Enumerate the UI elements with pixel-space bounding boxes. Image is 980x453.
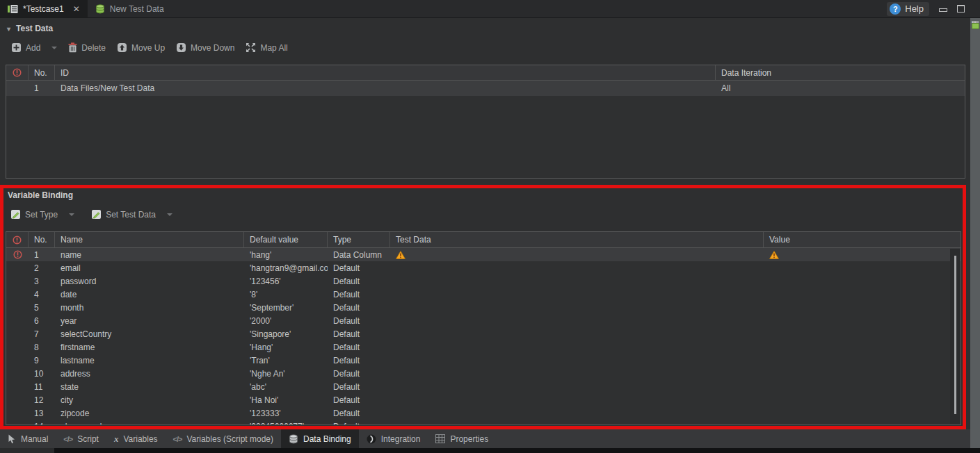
row-name-cell[interactable]: year bbox=[55, 314, 244, 327]
help-button[interactable]: ? Help bbox=[887, 2, 929, 16]
row-test-data-cell[interactable] bbox=[390, 274, 764, 288]
variable-binding-row[interactable]: 10 address 'Nghe An' Default bbox=[6, 367, 961, 380]
row-value-cell[interactable] bbox=[764, 274, 961, 288]
tab-script[interactable]: </> Script bbox=[56, 429, 106, 448]
maximize-icon[interactable] bbox=[957, 5, 965, 13]
row-value-cell[interactable] bbox=[764, 380, 961, 393]
error-column-header[interactable] bbox=[6, 65, 29, 80]
row-default-value-cell[interactable]: 'Hang' bbox=[244, 340, 328, 354]
row-name-cell[interactable]: phonenumber bbox=[55, 420, 244, 425]
row-test-data-cell[interactable] bbox=[390, 301, 764, 314]
set-test-data-button[interactable]: Set Test Data bbox=[91, 209, 156, 220]
column-header-no[interactable]: No. bbox=[29, 232, 55, 247]
row-default-value-cell[interactable]: 'hang' bbox=[244, 248, 328, 261]
set-type-button[interactable]: Set Type bbox=[10, 209, 58, 220]
row-default-value-cell[interactable]: 'hangtran9@gmail.com' bbox=[244, 261, 328, 274]
tab-variables-script-mode[interactable]: </> Variables (Script mode) bbox=[166, 429, 281, 448]
chevron-down-icon[interactable] bbox=[69, 213, 74, 216]
row-name-cell[interactable]: month bbox=[55, 301, 244, 314]
row-default-value-cell[interactable]: 'September' bbox=[244, 301, 328, 314]
chevron-down-icon[interactable] bbox=[167, 213, 172, 216]
row-type-cell[interactable]: Default bbox=[328, 393, 390, 406]
row-test-data-cell[interactable] bbox=[390, 393, 764, 406]
variable-binding-row[interactable]: 8 firstname 'Hang' Default bbox=[6, 340, 961, 354]
row-type-cell[interactable]: Default bbox=[328, 314, 390, 327]
row-default-value-cell[interactable]: 'abc' bbox=[244, 380, 328, 393]
column-header-type[interactable]: Type bbox=[328, 232, 390, 247]
minimize-icon[interactable] bbox=[939, 8, 947, 12]
row-value-cell[interactable] bbox=[764, 301, 961, 314]
row-type-cell[interactable]: Default bbox=[328, 274, 390, 288]
variable-binding-row[interactable]: 14 phonenumber '02245666677' Default bbox=[6, 420, 961, 425]
row-default-value-cell[interactable]: '123333' bbox=[244, 406, 328, 420]
variable-binding-row[interactable]: 5 month 'September' Default bbox=[6, 301, 961, 314]
tab-new-test-data[interactable]: New Test Data bbox=[88, 0, 172, 17]
row-type-cell[interactable]: Default bbox=[328, 340, 390, 354]
map-all-button[interactable]: Map All bbox=[246, 42, 287, 53]
row-test-data-cell[interactable] bbox=[390, 340, 764, 354]
row-name-cell[interactable]: email bbox=[55, 261, 244, 274]
row-default-value-cell[interactable]: 'Tran' bbox=[244, 354, 328, 367]
row-type-cell[interactable]: Default bbox=[328, 380, 390, 393]
variable-binding-row[interactable]: 4 date '8' Default bbox=[6, 288, 961, 301]
error-column-header[interactable] bbox=[6, 232, 29, 247]
row-type-cell[interactable]: Default bbox=[328, 301, 390, 314]
row-name-cell[interactable]: lastname bbox=[55, 354, 244, 367]
close-icon[interactable]: ✕ bbox=[73, 5, 80, 13]
variable-binding-row[interactable]: 6 year '2000' Default bbox=[6, 314, 961, 327]
row-test-data-cell[interactable] bbox=[390, 380, 764, 393]
variable-binding-row[interactable]: 7 selectCountry 'Singapore' Default bbox=[6, 327, 961, 340]
tab-data-binding[interactable]: Data Binding bbox=[281, 429, 359, 448]
row-test-data-cell[interactable] bbox=[390, 367, 764, 380]
row-test-data-cell[interactable] bbox=[390, 420, 764, 425]
row-name-cell[interactable]: firstname bbox=[55, 340, 244, 354]
delete-button[interactable]: Delete bbox=[68, 42, 106, 53]
variable-binding-row[interactable]: 13 zipcode '123333' Default bbox=[6, 406, 961, 420]
variable-binding-row[interactable]: 1 name 'hang' Data Column bbox=[6, 248, 961, 261]
move-up-button[interactable]: Move Up bbox=[117, 42, 165, 53]
row-default-value-cell[interactable]: 'Singapore' bbox=[244, 327, 328, 340]
row-value-cell[interactable] bbox=[764, 261, 961, 274]
row-value-cell[interactable] bbox=[764, 367, 961, 380]
tab-testcase1[interactable]: *Testcase1 ✕ bbox=[0, 0, 88, 17]
tab-variables[interactable]: x Variables bbox=[106, 429, 166, 448]
row-name-cell[interactable]: state bbox=[55, 380, 244, 393]
row-default-value-cell[interactable]: 'Nghe An' bbox=[244, 367, 328, 380]
variable-binding-row[interactable]: 11 state 'abc' Default bbox=[6, 380, 961, 393]
row-test-data-cell[interactable] bbox=[390, 406, 764, 420]
minimized-panel-strip[interactable]: ▪▪ bbox=[970, 18, 980, 448]
row-type-cell[interactable]: Data Column bbox=[328, 248, 390, 261]
row-id-cell[interactable]: Data Files/New Test Data bbox=[55, 81, 716, 96]
row-default-value-cell[interactable]: '8' bbox=[244, 288, 328, 301]
row-default-value-cell[interactable]: '2000' bbox=[244, 314, 328, 327]
row-name-cell[interactable]: zipcode bbox=[55, 406, 244, 420]
row-value-cell[interactable] bbox=[764, 354, 961, 367]
column-header-no[interactable]: No. bbox=[29, 65, 55, 80]
vertical-scrollbar[interactable] bbox=[950, 249, 960, 424]
row-test-data-cell[interactable] bbox=[390, 248, 764, 261]
row-test-data-cell[interactable] bbox=[390, 261, 764, 274]
row-name-cell[interactable]: city bbox=[55, 393, 244, 406]
row-type-cell[interactable]: Default bbox=[328, 327, 390, 340]
row-name-cell[interactable]: name bbox=[55, 248, 244, 261]
row-type-cell[interactable]: Default bbox=[328, 261, 390, 274]
row-type-cell[interactable]: Default bbox=[328, 288, 390, 301]
test-data-section-header[interactable]: ▾ Test Data bbox=[7, 24, 53, 33]
row-value-cell[interactable] bbox=[764, 288, 961, 301]
column-header-value[interactable]: Value bbox=[764, 232, 961, 247]
row-type-cell[interactable]: Default bbox=[328, 406, 390, 420]
column-header-test-data[interactable]: Test Data bbox=[390, 232, 764, 247]
variable-binding-row[interactable]: 9 lastname 'Tran' Default bbox=[6, 354, 961, 367]
row-type-cell[interactable]: Default bbox=[328, 420, 390, 425]
tab-properties[interactable]: Properties bbox=[428, 429, 496, 448]
tab-manual[interactable]: Manual bbox=[0, 429, 56, 448]
move-down-button[interactable]: Move Down bbox=[176, 42, 234, 53]
column-header-id[interactable]: ID bbox=[55, 65, 716, 80]
row-default-value-cell[interactable]: '02245666677' bbox=[244, 420, 328, 425]
row-test-data-cell[interactable] bbox=[390, 314, 764, 327]
variable-binding-row[interactable]: 2 email 'hangtran9@gmail.com' Default bbox=[6, 261, 961, 274]
row-value-cell[interactable] bbox=[764, 406, 961, 420]
variable-binding-row[interactable]: 12 city 'Ha Noi' Default bbox=[6, 393, 961, 406]
row-name-cell[interactable]: password bbox=[55, 274, 244, 288]
row-value-cell[interactable] bbox=[764, 420, 961, 425]
